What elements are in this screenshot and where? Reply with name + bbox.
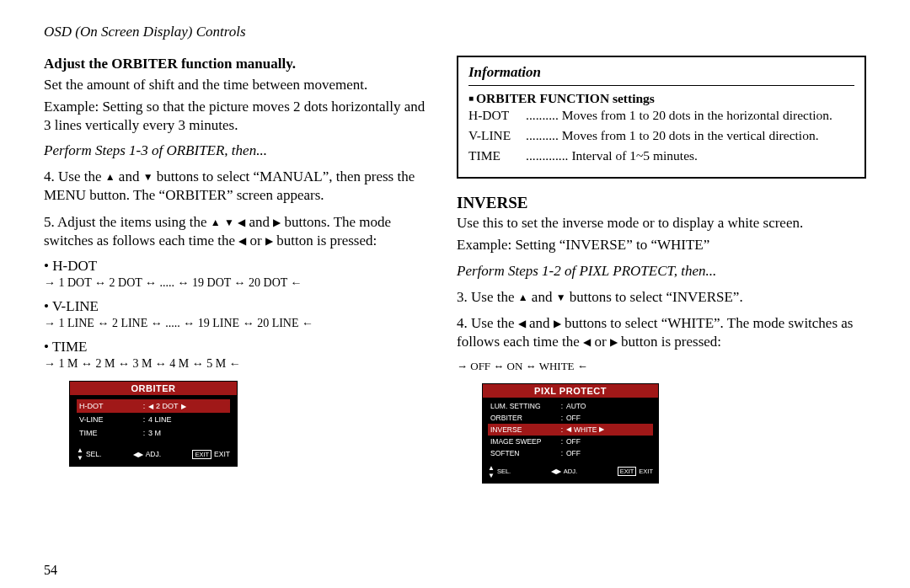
osd-row: INVERSE:◀WHITE▶ xyxy=(488,424,653,436)
step5-text-d: or xyxy=(246,233,265,249)
left-heading: Adjust the ORBITER function manually. xyxy=(44,56,431,72)
leftright-arrows-icon: ◀▶ xyxy=(133,451,143,458)
bullet-time: • TIME → 1 M ↔ 2 M ↔ 3 M ↔ 4 M ↔ 5 M ← xyxy=(44,339,431,371)
footer-adj: ADJ. xyxy=(146,450,161,458)
right-arrow-icon: ▶ xyxy=(599,425,604,433)
info-row-dots: .......... xyxy=(526,108,559,123)
osd-value-text: 2 DOT xyxy=(156,402,179,410)
inverse-cycle: → OFF ↔ ON ↔ WHITE ← xyxy=(457,360,866,373)
step5-text-b: and xyxy=(245,214,273,230)
osd-value-text: OFF xyxy=(566,437,581,446)
up-arrow-icon xyxy=(518,291,528,303)
osd-row: V-LINE:4 LINE xyxy=(77,413,230,426)
info-row: TIME.............Interval of 1~5 minutes… xyxy=(468,148,854,163)
osd-row-value: 4 LINE xyxy=(148,415,228,424)
colon: : xyxy=(558,449,566,457)
osd-row-value: OFF xyxy=(566,437,650,446)
inverse-p1: Use this to set the inverse mode or to d… xyxy=(457,214,866,233)
info-row: V-LINE..........Moves from 1 to 20 dots … xyxy=(468,128,854,143)
osd-row-label: V-LINE xyxy=(79,415,140,424)
info-rows: H-DOT..........Moves from 1 to 20 dots i… xyxy=(468,108,854,163)
osd-value-text: AUTO xyxy=(566,402,586,410)
left-arrow-icon: ◀ xyxy=(148,403,153,410)
footer-exit: EXIT xyxy=(214,450,230,458)
info-row-label: H-DOT xyxy=(468,108,526,123)
step5-text-a: 5. Adjust the items using the xyxy=(44,214,211,230)
info-settings-title: ■ORBITER FUNCTION settings xyxy=(468,91,854,106)
colon: : xyxy=(558,437,566,446)
left-arrow-icon xyxy=(238,234,246,247)
hdot-label: • H-DOT xyxy=(44,258,431,275)
hdot-cycle: → 1 DOT ↔ 2 DOT ↔ ..... ↔ 19 DOT ↔ 20 DO… xyxy=(44,276,431,290)
osd-orbiter-body: H-DOT:◀2 DOT▶V-LINE:4 LINETIME:3 M xyxy=(70,395,237,442)
osd-row: ORBITER:OFF xyxy=(488,412,653,424)
osd-value-text: WHITE xyxy=(574,425,597,434)
perform-instruction-2: Perform Steps 1-2 of PIXL PROTECT, then.… xyxy=(457,263,866,280)
osd-value-text: 4 LINE xyxy=(148,415,172,424)
info-row-desc: Moves from 1 to 20 dots in the vertical … xyxy=(562,128,854,143)
updown-arrows-icon: ▲▼ xyxy=(488,464,495,479)
osd-row: IMAGE SWEEP:OFF xyxy=(488,436,653,447)
colon: : xyxy=(140,415,148,424)
r-step4a: 4. Use the xyxy=(457,315,518,331)
osd-row-label: SOFTEN xyxy=(490,449,558,457)
perform-instruction: Perform Steps 1-3 of ORBITER, then... xyxy=(44,142,431,159)
osd-row: H-DOT:◀2 DOT▶ xyxy=(77,399,230,413)
info-row-desc: Interval of 1~5 minutes. xyxy=(571,148,854,163)
left-arrow-icon xyxy=(583,335,591,348)
r-step3c: buttons to select “INVERSE”. xyxy=(566,289,743,305)
right-arrow-icon xyxy=(554,317,561,329)
footer-sel: SEL. xyxy=(497,468,511,475)
step4-text-a: 4. Use the xyxy=(44,168,105,184)
down-arrow-icon xyxy=(224,216,234,228)
step-4-right: 4. Use the and buttons to select “WHITE”… xyxy=(457,314,866,351)
step-5: 5. Adjust the items using the and button… xyxy=(44,213,431,250)
info-head: Information xyxy=(468,64,854,86)
footer-adj: ADJ. xyxy=(564,468,577,475)
osd-pixl-footer: ▲▼SEL. ◀▶ADJ. EXITEXIT xyxy=(483,461,658,483)
info-settings-label: ORBITER FUNCTION settings xyxy=(476,91,655,105)
square-bullet-icon: ■ xyxy=(468,94,474,103)
info-row-label: V-LINE xyxy=(468,128,526,143)
r-step4d: or xyxy=(591,334,610,350)
two-columns: Adjust the ORBITER function manually. Se… xyxy=(44,56,866,484)
r-step3a: 3. Use the xyxy=(457,289,518,305)
up-arrow-icon xyxy=(105,170,115,183)
right-column: Information ■ORBITER FUNCTION settings H… xyxy=(457,56,866,484)
osd-pixlprotect-menu: PIXL PROTECT LUM. SETTING:AUTOORBITER:OF… xyxy=(482,383,659,484)
info-row-dots: ............. xyxy=(526,148,568,163)
osd-orbiter-footer: ▲▼SEL. ◀▶ADJ. EXITEXIT xyxy=(70,442,237,466)
updown-arrows-icon: ▲▼ xyxy=(77,446,83,462)
osd-row-label: LUM. SETTING xyxy=(490,402,558,410)
info-row: H-DOT..........Moves from 1 to 20 dots i… xyxy=(468,108,854,123)
osd-orbiter-menu: ORBITER H-DOT:◀2 DOT▶V-LINE:4 LINETIME:3… xyxy=(69,381,238,467)
left-arrow-icon: ◀ xyxy=(566,425,571,433)
right-arrow-icon: ▶ xyxy=(181,403,186,410)
osd-row-label: H-DOT xyxy=(79,402,140,410)
osd-row-label: IMAGE SWEEP xyxy=(490,437,558,446)
colon: : xyxy=(558,402,566,410)
right-arrow-icon xyxy=(265,234,273,247)
info-row-label: TIME xyxy=(468,148,526,163)
osd-row-label: TIME xyxy=(79,429,140,437)
down-arrow-icon xyxy=(143,170,153,183)
r-step3b: and xyxy=(528,289,556,305)
left-arrow-icon xyxy=(238,216,245,228)
osd-row-value: OFF xyxy=(566,449,650,457)
osd-row-value: ◀2 DOT▶ xyxy=(148,402,228,410)
information-box: Information ■ORBITER FUNCTION settings H… xyxy=(457,56,866,179)
bullet-vline: • V-LINE → 1 LINE ↔ 2 LINE ↔ ..... ↔ 19 … xyxy=(44,298,431,330)
footer-exit: EXIT xyxy=(639,468,653,475)
inverse-title: INVERSE xyxy=(457,194,866,212)
right-arrow-icon xyxy=(273,216,281,228)
osd-row-value: OFF xyxy=(566,414,650,422)
osd-pixl-body: LUM. SETTING:AUTOORBITER:OFFINVERSE:◀WHI… xyxy=(483,398,658,461)
info-row-dots: .......... xyxy=(526,128,559,143)
osd-row: LUM. SETTING:AUTO xyxy=(488,400,653,412)
osd-value-text: OFF xyxy=(566,414,581,422)
vline-label: • V-LINE xyxy=(44,298,431,315)
leftright-arrows-icon: ◀▶ xyxy=(551,468,561,475)
info-row-desc: Moves from 1 to 20 dots in the horizonta… xyxy=(562,108,854,123)
down-arrow-icon xyxy=(556,291,566,303)
step5-text-e: button is pressed: xyxy=(273,233,377,249)
